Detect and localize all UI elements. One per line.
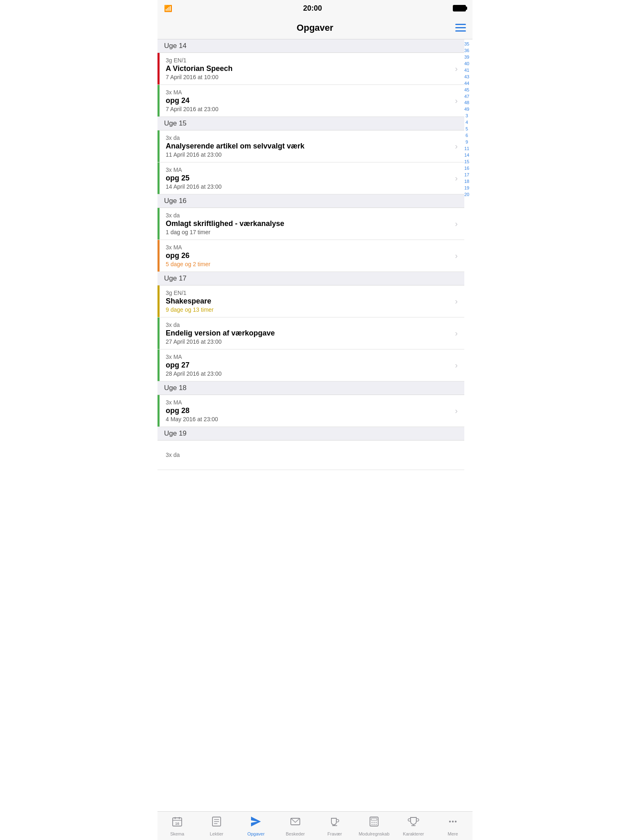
accent-bar xyxy=(158,240,160,272)
list-item[interactable]: 3x daOmlagt skriftlighed - værkanalyse1 … xyxy=(158,208,464,240)
index-item[interactable]: 18 xyxy=(461,178,472,185)
item-title: Shakespeare xyxy=(166,297,452,306)
chevron-icon: › xyxy=(455,173,458,183)
item-date: 1 dag og 17 timer xyxy=(166,229,452,235)
subject-label: 3x MA xyxy=(166,244,452,251)
item-content: 3x MAopg 2514 April 2016 at 23:00 xyxy=(166,167,452,190)
section-header: Uge 15 xyxy=(158,117,464,130)
page-title: Opgaver xyxy=(297,23,333,33)
chevron-icon: › xyxy=(455,297,458,306)
subject-label: 3x MA xyxy=(166,399,452,406)
list-item[interactable]: 3g EN/1Shakespeare9 dage og 13 timer› xyxy=(158,285,464,317)
nav-bar: Opgaver xyxy=(158,16,472,39)
list-item[interactable]: 3x da xyxy=(158,441,464,470)
item-date: 28 April 2016 at 23:00 xyxy=(166,370,452,377)
subject-label: 3x MA xyxy=(166,89,452,96)
list-item[interactable]: 3x MAopg 2728 April 2016 at 23:00› xyxy=(158,349,464,381)
accent-bar xyxy=(158,85,160,116)
subject-label: 3x MA xyxy=(166,167,452,173)
index-item[interactable]: 9 xyxy=(461,139,472,146)
item-content: 3g EN/1Shakespeare9 dage og 13 timer xyxy=(166,290,452,313)
chevron-icon: › xyxy=(455,64,458,73)
index-item[interactable]: 49 xyxy=(461,106,472,113)
item-content: 3x MAopg 265 dage og 2 timer xyxy=(166,244,452,267)
item-date: 7 April 2016 at 10:00 xyxy=(166,74,452,80)
index-item[interactable]: 39 xyxy=(461,54,472,61)
item-date: 11 April 2016 at 23:00 xyxy=(166,151,452,158)
accent-bar xyxy=(158,317,160,349)
list-item[interactable]: 3x MAopg 265 dage og 2 timer› xyxy=(158,240,464,272)
item-date: 14 April 2016 at 23:00 xyxy=(166,183,452,190)
index-item[interactable]: 36 xyxy=(461,48,472,54)
index-sidebar[interactable]: 3536394041434445474849345691114151617181… xyxy=(461,39,472,198)
item-content: 3x daAnalyserende artikel om selvvalgt v… xyxy=(166,135,452,158)
subject-label: 3g EN/1 xyxy=(166,290,452,296)
item-content: 3g EN/1A Victorian Speech7 April 2016 at… xyxy=(166,57,452,80)
index-item[interactable]: 44 xyxy=(461,80,472,87)
index-item[interactable]: 19 xyxy=(461,185,472,192)
index-item[interactable]: 14 xyxy=(461,152,472,159)
accent-bar xyxy=(158,162,160,194)
list-item[interactable]: 3x MAopg 2514 April 2016 at 23:00› xyxy=(158,162,464,194)
item-title: Analyserende artikel om selvvalgt værk xyxy=(166,142,452,151)
index-item[interactable]: 5 xyxy=(461,126,472,132)
item-date: 4 May 2016 at 23:00 xyxy=(166,416,452,422)
section-header: Uge 17 xyxy=(158,272,464,285)
accent-bar xyxy=(158,208,160,240)
item-title: opg 25 xyxy=(166,174,452,183)
item-date: 7 April 2016 at 23:00 xyxy=(166,106,452,112)
list-item[interactable]: 3x MAopg 247 April 2016 at 23:00› xyxy=(158,85,464,117)
list-item[interactable]: 3x daAnalyserende artikel om selvvalgt v… xyxy=(158,130,464,162)
index-item[interactable]: 3 xyxy=(461,113,472,119)
index-item[interactable]: 45 xyxy=(461,87,472,94)
index-item[interactable]: 43 xyxy=(461,74,472,80)
hamburger-button[interactable] xyxy=(455,24,466,32)
list-item[interactable]: 3x MAopg 284 May 2016 at 23:00› xyxy=(158,395,464,427)
task-list: Uge 143g EN/1A Victorian Speech7 April 2… xyxy=(158,39,472,470)
chevron-icon: › xyxy=(455,219,458,228)
item-title: Omlagt skriftlighed - værkanalyse xyxy=(166,219,452,228)
index-item[interactable]: 35 xyxy=(461,41,472,48)
subject-label: 3x MA xyxy=(166,354,452,360)
item-date: 5 dage og 2 timer xyxy=(166,261,452,267)
item-title: A Victorian Speech xyxy=(166,64,452,73)
accent-bar xyxy=(158,349,160,381)
section-header: Uge 19 xyxy=(158,427,464,441)
index-item[interactable]: 41 xyxy=(461,67,472,74)
index-item[interactable]: 48 xyxy=(461,100,472,106)
item-content: 3x daOmlagt skriftlighed - værkanalyse1 … xyxy=(166,212,452,235)
index-item[interactable]: 17 xyxy=(461,172,472,178)
chevron-icon: › xyxy=(455,142,458,151)
index-item[interactable]: 20 xyxy=(461,192,472,198)
item-date: 9 dage og 13 timer xyxy=(166,306,452,313)
section-header: Uge 14 xyxy=(158,39,464,53)
accent-bar xyxy=(158,395,160,427)
accent-bar xyxy=(158,285,160,317)
item-title: opg 24 xyxy=(166,96,452,105)
index-item[interactable]: 15 xyxy=(461,159,472,165)
list-item[interactable]: 3g EN/1A Victorian Speech7 April 2016 at… xyxy=(158,53,464,85)
index-item[interactable]: 16 xyxy=(461,165,472,172)
subject-label: 3x da xyxy=(166,135,452,141)
index-item[interactable]: 4 xyxy=(461,119,472,126)
item-title: opg 26 xyxy=(166,251,452,260)
section-header: Uge 16 xyxy=(158,194,464,208)
subject-label: 3x da xyxy=(166,212,452,219)
wifi-icon: 📶 xyxy=(164,5,172,12)
index-item[interactable]: 47 xyxy=(461,94,472,100)
chevron-icon: › xyxy=(455,406,458,415)
index-item[interactable]: 40 xyxy=(461,61,472,67)
battery-icon xyxy=(453,5,466,11)
item-content: 3x daEndelig version af værkopgave27 Apr… xyxy=(166,322,452,345)
content-area: Uge 143g EN/1A Victorian Speech7 April 2… xyxy=(158,39,472,470)
item-date: 27 April 2016 at 23:00 xyxy=(166,338,452,345)
status-bar: 📶 20:00 xyxy=(158,0,472,16)
item-content: 3x da xyxy=(166,452,458,459)
list-item[interactable]: 3x daEndelig version af værkopgave27 Apr… xyxy=(158,317,464,349)
chevron-icon: › xyxy=(455,361,458,370)
subject-label: 3g EN/1 xyxy=(166,57,452,64)
index-item[interactable]: 11 xyxy=(461,146,472,152)
index-item[interactable]: 6 xyxy=(461,132,472,139)
accent-bar xyxy=(158,130,160,162)
item-content: 3x MAopg 2728 April 2016 at 23:00 xyxy=(166,354,452,377)
